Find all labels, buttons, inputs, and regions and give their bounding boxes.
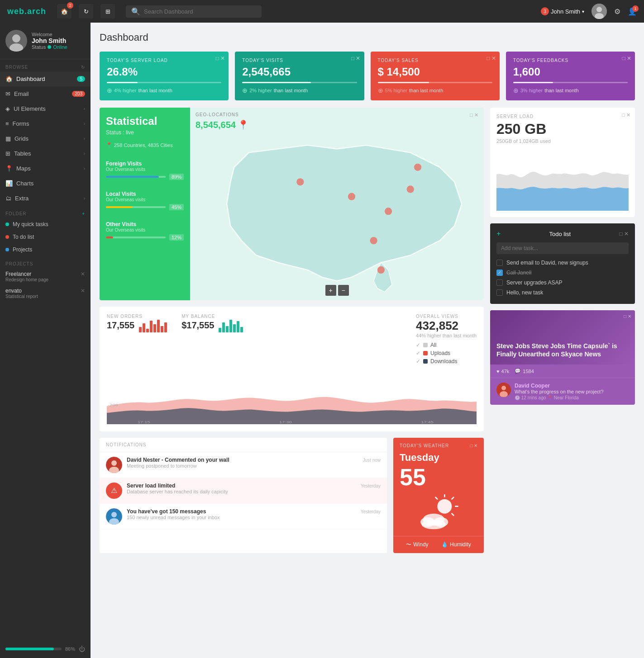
charts-card: NEW ORDERS 17,555: [100, 307, 484, 431]
sales-card-value: $ 14,500: [378, 66, 492, 78]
logo: web.arch: [7, 7, 46, 16]
foreign-visits: Foreign Visits Our Overseas visits 89%: [106, 161, 184, 180]
notif-title-1: David Nester - Commented on your wall: [127, 457, 358, 463]
area-chart: 17:15 17:30 17:45 -200: [107, 370, 477, 424]
todo-text-3: Server upgrades ASAP: [506, 279, 562, 286]
todo-header: + Todo list □ ✕: [496, 230, 629, 238]
visits-card-value: 2,545,665: [242, 66, 357, 78]
notif-text-1: David Nester - Commented on your wall Me…: [127, 457, 358, 469]
geo-title: Statistical: [106, 115, 184, 128]
news-comments: 💬 1584: [515, 368, 534, 374]
todo-checkbox-2[interactable]: ✓: [496, 270, 503, 276]
sidebar-item-grids[interactable]: ▦ Grids ›: [0, 131, 91, 146]
sidebar-item-email[interactable]: ✉ Email 203: [0, 86, 91, 101]
local-bar-bg: [106, 206, 166, 208]
news-comment: David Cooper What's the progress on the …: [490, 378, 635, 405]
geo-zoom-controls[interactable]: + −: [325, 285, 349, 296]
search-input[interactable]: [144, 8, 256, 15]
sidebar-item-charts[interactable]: 📊 Charts: [0, 176, 91, 191]
home-badge: 2: [67, 2, 73, 9]
project-item-freelancer[interactable]: Freelancer Redesign home page ✕: [0, 268, 91, 285]
clock-icon: 🕐: [515, 395, 520, 400]
user-notification[interactable]: 3 John Smith ▾: [541, 7, 584, 15]
zoom-in-button[interactable]: +: [325, 285, 336, 296]
sidebar-item-forms[interactable]: ≡ Forms ›: [0, 116, 91, 131]
project-close-icon[interactable]: ✕: [81, 271, 85, 277]
server-load-bar: [107, 82, 221, 83]
project-sub: Redesign home page: [5, 277, 48, 282]
forms-icon: ≡: [5, 120, 9, 127]
project-close-icon-2[interactable]: ✕: [81, 288, 85, 294]
grid-button[interactable]: ⊞: [100, 4, 115, 19]
sidebar-item-dashboard[interactable]: 🏠 Dashboard 5: [0, 71, 91, 86]
weather-humidity: 💧 Humidity: [441, 541, 471, 549]
chevron-icon: ›: [84, 196, 85, 201]
grids-label: Grids: [14, 135, 29, 142]
svg-point-18: [111, 460, 117, 466]
server-load-chart: [496, 147, 629, 211]
feedbacks-bar: [513, 82, 628, 83]
search-icon: 🔍: [131, 7, 140, 16]
todo-checkbox-1[interactable]: [496, 260, 503, 266]
folder-item-todo[interactable]: To do list: [0, 231, 91, 243]
balance-label: MY BALANCE: [181, 314, 243, 319]
grids-icon: ▦: [5, 135, 11, 142]
overall-views-stat: OVERALL VIEWS 432,852 44% higher than la…: [416, 314, 477, 365]
nav-right: 3 John Smith ▾ ⚙ 👤 1: [541, 4, 637, 19]
svg-point-7: [348, 193, 355, 200]
folder-item-projects[interactable]: Projects: [0, 243, 91, 256]
local-visits: Local Visits Our Overseas visits 45%: [106, 191, 184, 210]
overall-sub: 44% higher than last month: [416, 333, 477, 338]
comment-meta: 🕐 12 mins ago 📍 Near Florida: [515, 395, 604, 400]
stat-card-feedbacks: □ ✕ TODAY'S FEEDBACKS 1,600 ⊕ 3% higher …: [506, 52, 635, 100]
weather-controls[interactable]: □ ✕: [470, 443, 477, 448]
sidebar-item-maps[interactable]: 📍 Maps ›: [0, 161, 91, 176]
settings-button[interactable]: ⚙: [614, 7, 620, 16]
todo-checkbox-4[interactable]: [496, 289, 503, 296]
todo-text-2: Call Janell: [506, 270, 531, 276]
refresh-button[interactable]: ↻: [79, 4, 93, 19]
weather-icon-wrap: [393, 489, 484, 536]
stat-cards: □ ✕ TODAY'S SERVER LOAD 26.8% ⊕ 4% highe…: [100, 52, 635, 100]
other-bar-bg: [106, 237, 166, 238]
geo-status: Status : live: [106, 129, 184, 136]
folder-add-icon[interactable]: +: [82, 211, 85, 216]
right-panel: □ ✕ SERVER LOAD 250 GB 250GB of 1,024GB …: [490, 108, 635, 553]
chevron-icon: ›: [84, 166, 85, 171]
project-item-envato[interactable]: envato Statistical report ✕: [0, 285, 91, 302]
home-button[interactable]: 🏠 2: [57, 4, 72, 19]
comment-text: What's the progress on the new project?: [515, 389, 604, 394]
browse-refresh-icon[interactable]: ↻: [81, 65, 85, 70]
projects-section-label: PROJECTS: [0, 256, 91, 268]
status-value: Online: [53, 44, 67, 50]
sidebar-item-tables[interactable]: ⊞ Tables ›: [0, 146, 91, 161]
todo-add-button[interactable]: +: [496, 230, 501, 238]
todo-checkbox-3[interactable]: [496, 279, 503, 286]
server-card-controls[interactable]: □ ✕: [622, 112, 630, 118]
sidebar-item-ui[interactable]: ◈ UI Elements ›: [0, 101, 91, 116]
feedbacks-card-value: 1,600: [513, 66, 628, 78]
zoom-out-button[interactable]: −: [338, 285, 349, 296]
weather-icon: [411, 494, 466, 530]
projects-label: Projects: [13, 246, 32, 253]
new-orders-value: 17,555: [107, 320, 134, 331]
bottom-row: NOTIFICATIONS David Nester - Commen: [100, 438, 484, 553]
power-icon[interactable]: ⏻: [79, 645, 85, 653]
progress-label: 86%: [65, 646, 75, 652]
alert-button[interactable]: 👤 1: [628, 7, 637, 16]
notif-sub-3: 150 newly unread messages in your inbox: [127, 515, 356, 520]
news-controls[interactable]: □ ✕: [624, 314, 631, 319]
legend-downloads-dot: [423, 359, 428, 364]
sidebar-progress: 86% ⏻: [0, 640, 91, 658]
main-grid: Statistical Status : live 📍 258 Countrie…: [100, 108, 635, 553]
feedbacks-note: ⊕ 3% higher than last month: [513, 87, 628, 94]
todo-input[interactable]: [496, 242, 629, 254]
folder-item-quick-tasks[interactable]: My quick tasks: [0, 218, 91, 231]
server-chart-svg: [496, 147, 629, 211]
todo-controls[interactable]: □ ✕: [619, 231, 629, 237]
sidebar-item-extra[interactable]: 🗂 Extra ›: [0, 191, 91, 206]
notif-item-3: You have've got 150 messages 150 newly u…: [100, 504, 387, 530]
location-comment-icon: 📍: [547, 395, 553, 400]
user-avatar[interactable]: [592, 4, 607, 19]
page-title: Dashboard: [100, 32, 635, 43]
